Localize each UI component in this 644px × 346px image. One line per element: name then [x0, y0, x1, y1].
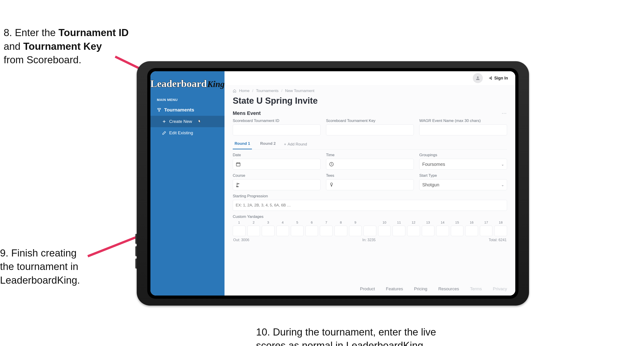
out-total: Out: 3006 — [233, 238, 249, 242]
label-tees: Tees — [326, 173, 414, 178]
calendar-icon — [236, 162, 241, 167]
select-groupings[interactable]: Foursomes ⌄ — [419, 159, 507, 170]
signin-arrow-icon — [488, 76, 492, 80]
signin-label: Sign In — [494, 76, 508, 81]
hole-number: 10 — [382, 220, 386, 224]
yardage-input[interactable] — [392, 226, 405, 236]
breadcrumb-current: New Tournament — [285, 89, 314, 93]
breadcrumb-tournaments[interactable]: Tournaments — [256, 89, 278, 93]
input-sb-id[interactable] — [233, 124, 320, 135]
section-more-button[interactable]: ⋯ — [502, 110, 507, 116]
callout-step-10: 10. During the tournament, enter the liv… — [256, 325, 608, 346]
footer-link-resources[interactable]: Resources — [438, 286, 459, 292]
yardage-row: 123456789 101112131415161718 — [233, 220, 507, 236]
yardage-col: 13 — [422, 220, 434, 236]
input-date[interactable] — [233, 159, 320, 170]
section-header: Mens Event ⋯ — [233, 108, 507, 117]
section-title: Mens Event — [233, 110, 260, 116]
yardage-input[interactable] — [422, 226, 434, 236]
hole-number: 11 — [397, 220, 401, 224]
yardage-input[interactable] — [480, 226, 493, 236]
yardage-input[interactable] — [334, 226, 347, 236]
yardage-input[interactable] — [349, 226, 362, 236]
person-icon — [475, 76, 480, 81]
hole-number: 14 — [441, 220, 445, 224]
footer-link-features[interactable]: Features — [386, 286, 403, 292]
sidebar-item-create-new[interactable]: Create New — [150, 116, 224, 127]
sidebar-item-label: Create New — [169, 119, 192, 124]
yardage-spacer-box — [364, 226, 376, 236]
yardage-col: 1 — [233, 220, 246, 236]
topbar: Sign In — [224, 71, 515, 85]
add-round-button[interactable]: + Add Round — [284, 142, 307, 147]
yardage-input[interactable] — [233, 226, 246, 236]
yardage-col: 17 — [480, 220, 493, 236]
signin-button[interactable]: Sign In — [488, 76, 508, 81]
input-tees[interactable] — [326, 179, 414, 190]
label-wagr: WAGR Event Name (max 30 chars) — [419, 118, 507, 123]
yardage-col: 10 — [378, 220, 391, 236]
hole-number: 13 — [426, 220, 430, 224]
hole-number: 7 — [325, 220, 327, 224]
hole-number: 9 — [354, 220, 356, 224]
yardage-col: 9 — [349, 220, 362, 236]
footer-link-product[interactable]: Product — [360, 286, 375, 292]
callout-step-8: 8. Enter the Tournament ID and Tournamen… — [4, 12, 132, 67]
svg-point-2 — [477, 76, 478, 78]
breadcrumb-sep: / — [281, 89, 282, 93]
input-wagr[interactable] — [419, 124, 507, 135]
yardage-col: 11 — [392, 220, 405, 236]
footer-link-terms[interactable]: Terms — [470, 286, 482, 292]
sidebar-item-edit-existing[interactable]: Edit Existing — [150, 127, 224, 139]
yardage-input[interactable] — [378, 226, 391, 236]
hole-number: 3 — [267, 220, 269, 224]
main-area: Sign In Home / Tournaments / New Tournam… — [224, 71, 515, 296]
breadcrumb-home[interactable]: Home — [239, 89, 250, 93]
tablet-frame: LeaderboardKing MAIN MENU Tournaments Cr… — [137, 61, 529, 306]
chevron-down-icon: ⌄ — [501, 183, 504, 187]
label-start-type: Start Type — [419, 173, 507, 178]
hole-number: 12 — [412, 220, 416, 224]
yardage-input[interactable] — [494, 226, 507, 236]
yardage-input[interactable] — [276, 226, 289, 236]
yardage-input[interactable] — [291, 226, 304, 236]
tab-round-2[interactable]: Round 2 — [258, 139, 278, 149]
tab-round-1[interactable]: Round 1 — [233, 139, 252, 149]
yardage-col: 8 — [334, 220, 347, 236]
input-time[interactable] — [326, 159, 414, 170]
add-round-label: Add Round — [288, 142, 307, 147]
yardage-input[interactable] — [306, 226, 318, 236]
yardage-col: 3 — [262, 220, 274, 236]
hole-number: 6 — [311, 220, 313, 224]
input-starting-progression[interactable] — [233, 200, 507, 211]
select-start-type[interactable]: Shotgun ⌄ — [419, 179, 507, 190]
label-groupings: Groupings — [419, 153, 507, 157]
yardage-input[interactable] — [465, 226, 478, 236]
select-value: Shotgun — [422, 182, 440, 188]
tablet-side-button — [135, 234, 137, 244]
yardage-input[interactable] — [407, 226, 420, 236]
in-total: In: 3235 — [362, 238, 376, 242]
input-sb-key[interactable] — [326, 124, 414, 135]
footer-link-pricing[interactable]: Pricing — [414, 286, 427, 292]
tablet-side-button — [135, 259, 137, 269]
footer-link-privacy[interactable]: Privacy — [493, 286, 507, 292]
logo-text: LeaderboardKing — [150, 78, 224, 89]
yardage-col: 16 — [465, 220, 478, 236]
plus-icon: + — [284, 142, 286, 147]
edit-icon — [162, 131, 166, 135]
hole-number: 18 — [499, 220, 503, 224]
home-icon — [233, 89, 236, 93]
yardage-input[interactable] — [436, 226, 449, 236]
avatar[interactable] — [473, 73, 483, 83]
yardage-input[interactable] — [451, 226, 464, 236]
yardage-totals: Out: 3006 In: 3235 Total: 6241 — [233, 236, 507, 242]
app-logo: LeaderboardKing — [150, 74, 224, 93]
input-course[interactable] — [233, 179, 320, 190]
label-date: Date — [233, 153, 320, 157]
yardage-input[interactable] — [247, 226, 260, 236]
label-custom-yardages: Custom Yardages — [233, 214, 507, 219]
sidebar-item-tournaments[interactable]: Tournaments — [150, 104, 224, 116]
yardage-input[interactable] — [320, 226, 333, 236]
yardage-input[interactable] — [262, 226, 274, 236]
